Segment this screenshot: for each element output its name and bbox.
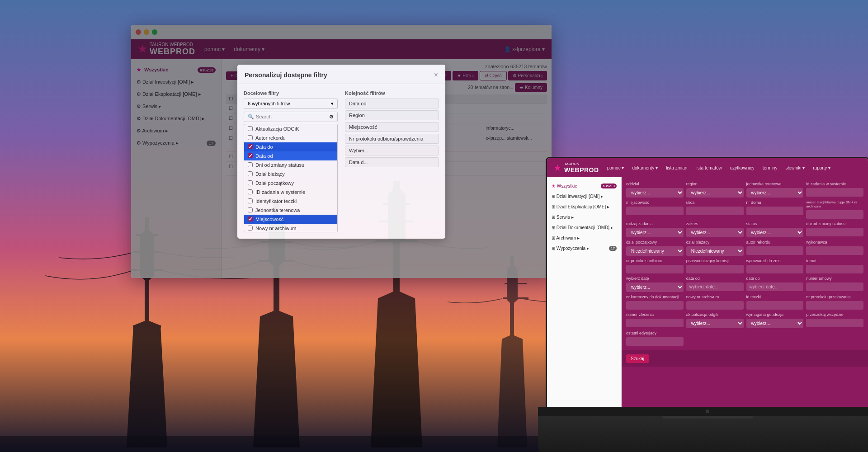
laptop-sidebar-eksploatacji[interactable]: ⊞ Dział Eksploatacji [OME] ▸ [547, 202, 621, 212]
order-item-datad[interactable]: Data d... [345, 157, 439, 167]
filter-select-dzial-poczatkowy[interactable]: Niezdefiniowany [626, 246, 684, 256]
filter-input-ostatni-edytujacy[interactable] [626, 337, 684, 346]
filter-spacer-3 [806, 331, 863, 346]
filter-select-zakres[interactable]: wybierz... [686, 228, 744, 237]
chevron-down-icon: ▾ [331, 101, 334, 107]
laptop-sidebar-serwis[interactable]: ⊞ Serwis ▸ [547, 212, 621, 222]
laptop-sidebar-inwestycji[interactable]: ⊞ Dział Inwestycji [OMI] ▸ [547, 191, 621, 202]
filter-label-nr-domu: nr domu [746, 200, 804, 205]
laptop-nav-lista-tematow[interactable]: lista tematów [695, 165, 722, 170]
order-item-dataod[interactable]: Data od [345, 99, 439, 108]
filter-input-id-zadania[interactable] [806, 188, 863, 197]
order-item-miejscowosc[interactable]: Miejscowość [345, 122, 439, 132]
laptop-nav-terminy[interactable]: terminy [763, 165, 778, 170]
filter-item-aktualizacja[interactable]: Aktualizacja ODGiK [244, 124, 337, 133]
filter-item-dzial-biezacy[interactable]: Dział bieżący [244, 170, 337, 179]
filter-label-numer-umowy: numer umowy [806, 276, 863, 281]
filter-group-wybierz-date: wybierz datę wybierz... [626, 276, 684, 292]
laptop-sidebar-archiwum[interactable]: ⊞ Archiwum ▸ [547, 233, 621, 243]
filter-group-ulica: ulica [686, 200, 744, 219]
laptop-nav-raporty[interactable]: raporty ▾ [813, 165, 830, 170]
filter-check-miejscowosc[interactable] [248, 217, 253, 221]
filter-label-id-zadania: id zadania w systemie [806, 182, 863, 186]
order-item-region[interactable]: Region [345, 110, 439, 120]
laptop-nav-pomoc[interactable]: pomoc ▾ [607, 165, 624, 170]
filter-item-dzial-poczatkowy[interactable]: Dział początkowy [244, 179, 337, 188]
filter-input-nr-dzialki-stacji[interactable] [806, 210, 863, 219]
filter-select-oddzial[interactable]: wybierz... [626, 188, 684, 198]
laptop-nav-dokumenty[interactable]: dokumenty ▾ [632, 165, 658, 170]
filter-item-jednostka[interactable]: Jednostka terenowa [244, 206, 337, 215]
filter-input-data-do[interactable] [746, 282, 804, 291]
filter-input-nr-protokolu-odbioru[interactable] [626, 265, 684, 273]
filter-select-geodezja[interactable]: wybierz... [746, 319, 804, 328]
filter-input-numer-umowy[interactable] [806, 282, 863, 291]
order-item-wybier[interactable]: Wybier... [345, 146, 439, 155]
filter-select-status[interactable]: wybierz... [746, 228, 804, 237]
filter-input-autor-rekordu[interactable] [746, 246, 804, 255]
laptop-nav-slowniki[interactable]: słowniki ▾ [785, 165, 805, 170]
laptop-sidebar-wypozyczenia[interactable]: ⊞ Wypożyczenia ▸ 17 [547, 243, 621, 254]
filter-label-id-teczki: id teczki [746, 295, 804, 299]
filter-input-miejscowosc[interactable] [626, 207, 684, 215]
filter-input-nr-domu[interactable] [746, 207, 804, 215]
filter-check-nowy-nr[interactable] [248, 226, 253, 231]
filter-group-miejscowosc: miejscowość [626, 200, 684, 219]
filter-item-autor[interactable]: Autor rekordu [244, 133, 337, 142]
laptop-sidebar-dokumentacji[interactable]: ⊞ Dział Dokumentacji [OMD] ▸ [547, 222, 621, 233]
modal-close-button[interactable]: × [434, 71, 438, 79]
filter-select-wybierz-date[interactable]: wybierz... [626, 282, 684, 292]
filter-spacer-1 [686, 331, 744, 346]
filter-item-identyfikator[interactable]: Identyfikator teczki [244, 197, 337, 206]
laptop-nav-lista-zmian[interactable]: lista zmian [666, 165, 687, 170]
filter-item-datado[interactable]: Data do [244, 142, 337, 151]
filter-label-wykonawca: wykonawca [806, 240, 863, 245]
filter-item-dni[interactable]: Dni od zmiany statusu [244, 160, 337, 170]
filter-input-przewodniczacy[interactable] [686, 265, 744, 273]
laptop-sidebar-all[interactable]: ★ Wszystkie 635213 [547, 181, 621, 191]
filter-item-nowy-nr[interactable]: Nowy nr archiwum [244, 224, 337, 232]
filter-input-nowy-nr-archiwum[interactable] [686, 301, 744, 310]
filter-check-dni[interactable] [248, 162, 253, 167]
filter-input-numer-zlecenia[interactable] [626, 319, 684, 327]
filter-input-temat[interactable] [806, 265, 863, 273]
order-item-protokol[interactable]: Nr protokołu odbioru/sprawdzenia [345, 134, 439, 144]
filter-check-poczatkowy[interactable] [248, 180, 253, 185]
filter-input-data-od[interactable] [686, 282, 744, 291]
laptop-base-ridge [662, 416, 753, 419]
filter-check-aktualizacja[interactable] [248, 126, 253, 131]
filter-select-rodzaj[interactable]: wybierz... [626, 228, 684, 237]
laptop-search-btn[interactable]: Szukaj [626, 354, 649, 363]
laptop-content-area: ★ Wszystkie 635213 ⊞ Dział Inwestycji [O… [547, 177, 868, 411]
filter-select-region[interactable]: wybierz... [686, 188, 744, 198]
filter-check-identyfikator[interactable] [248, 198, 253, 203]
filter-check-dataod[interactable] [248, 153, 253, 158]
filter-item-dataod[interactable]: Data od [244, 151, 337, 160]
filter-input-id-teczki[interactable] [746, 301, 804, 310]
filter-input-wprowadzil[interactable] [746, 265, 804, 273]
filter-input-nr-karteczny[interactable] [626, 301, 684, 310]
filter-select-jednostka[interactable]: wybierz... [746, 188, 804, 198]
filter-check-datado[interactable] [248, 144, 253, 149]
laptop-nav-uzytkownicy[interactable]: użytkownicy [730, 165, 755, 170]
modal-search-box: 🔍 ⚙ [244, 112, 338, 122]
filter-check-autor[interactable] [248, 135, 253, 140]
modal-dropdown-btn[interactable]: 6 wybranych filtrów ▾ [244, 99, 338, 109]
filter-input-przeszukaj[interactable] [806, 319, 863, 327]
filter-item-miejscowosc[interactable]: Miejscowość [244, 215, 337, 224]
filter-input-ulica[interactable] [686, 207, 744, 215]
filter-check-biezacy[interactable] [248, 171, 253, 176]
filter-select-dzial-biezacy[interactable]: Niezdefiniowany [686, 246, 744, 256]
filter-input-wykonawca[interactable] [806, 246, 863, 255]
filter-input-nr-protokolu-prz[interactable] [806, 301, 863, 310]
modal-search-input[interactable] [256, 114, 327, 119]
filter-check-jednostka[interactable] [248, 207, 253, 212]
modal-right-title: Kolejność filtrów [345, 90, 439, 96]
filter-item-id-zadania[interactable]: ID zadania w systemie [244, 188, 337, 197]
filter-input-dni-zmiany[interactable] [806, 228, 863, 236]
filter-group-wprowadzil: wprowadził do zms [746, 259, 804, 273]
filter-select-aktualizacja-odgik[interactable]: wybierz... [686, 319, 744, 328]
filter-label-ulica: ulica [686, 200, 744, 205]
filter-check-id-zadania[interactable] [248, 189, 253, 194]
modal-title: Personalizuj dostępne filtry [245, 71, 327, 79]
